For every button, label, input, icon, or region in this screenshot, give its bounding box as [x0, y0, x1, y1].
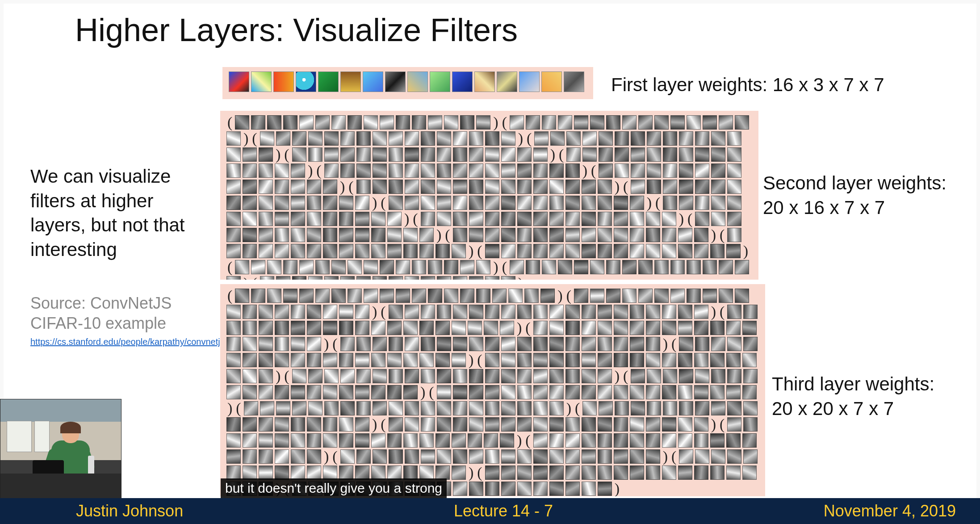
filter-tile	[339, 465, 353, 480]
filter-tile	[631, 147, 645, 162]
filter-tile	[517, 482, 532, 496]
filter-tile	[526, 260, 540, 274]
filter-tile	[340, 163, 355, 178]
group-close-paren: )	[307, 163, 314, 178]
filter-tile	[476, 260, 490, 274]
filter-tile	[695, 180, 709, 194]
filter-tile	[469, 196, 483, 210]
filter-tile	[226, 337, 241, 351]
filter-tile	[380, 260, 394, 274]
filter-tile	[283, 289, 297, 303]
filter-tile	[389, 196, 403, 210]
filter-tile	[389, 449, 403, 464]
filter-tile	[468, 321, 482, 335]
filter-tile	[647, 369, 661, 383]
filter-tile	[259, 147, 273, 162]
filter-tile	[389, 401, 403, 415]
filter-tile	[243, 337, 257, 351]
filter-tile	[615, 401, 629, 415]
filter-tile	[260, 131, 274, 146]
filter-tile	[436, 244, 450, 258]
filter-tile	[630, 417, 644, 432]
filter-tile	[243, 212, 257, 226]
filter-tile	[307, 353, 321, 367]
source-link[interactable]: https://cs.stanford.edu/people/karpathy/…	[30, 336, 200, 348]
filter-tile	[679, 337, 693, 351]
filter-tile	[452, 71, 473, 92]
filter-tile	[373, 276, 387, 280]
filter-tile	[259, 305, 273, 319]
filter-tile	[405, 449, 419, 464]
group-close-paren: )	[517, 276, 524, 280]
filter-tile	[339, 196, 353, 210]
filter-tile	[275, 180, 289, 194]
filter-tile	[292, 147, 306, 162]
filter-tile	[630, 433, 644, 448]
filter-tile	[437, 131, 451, 146]
filter-tile	[694, 244, 708, 258]
filter-tile	[485, 369, 499, 383]
filter-tile	[646, 212, 660, 226]
filter-tile	[549, 196, 564, 210]
filter-tile	[421, 163, 435, 178]
filter-tile	[694, 385, 708, 399]
filter-tile	[421, 131, 435, 146]
filter-tile	[364, 289, 378, 303]
filter-tile	[276, 131, 290, 146]
filter-tile	[687, 115, 701, 130]
group-open-paren: (	[476, 244, 483, 258]
filter-tile	[662, 305, 676, 319]
filter-tile	[695, 163, 709, 178]
filter-tile	[373, 449, 387, 464]
filter-tile	[405, 305, 419, 319]
filter-tile	[226, 449, 241, 464]
filter-tile	[630, 337, 644, 351]
filter-tile	[405, 163, 419, 178]
group-close-paren: )	[517, 131, 524, 146]
filter-tile	[340, 337, 355, 351]
filter-tile	[743, 305, 758, 319]
filter-tile	[590, 260, 604, 274]
filter-tile	[517, 244, 532, 258]
filter-tile	[363, 71, 383, 92]
filter-tile	[324, 163, 339, 178]
filter-tile	[663, 401, 677, 415]
group-open-paren: (	[226, 260, 233, 274]
layer3-filter-panel: ()()()()()()()()()()()()()()()()()()()()	[220, 284, 765, 496]
filter-tile	[549, 337, 564, 351]
filter-tile	[339, 228, 353, 242]
filter-tile	[339, 244, 353, 258]
filter-tile	[275, 449, 289, 464]
filter-tile	[226, 417, 241, 432]
filter-tile	[373, 369, 387, 383]
filter-tile	[307, 417, 321, 432]
filter-tile	[694, 228, 708, 242]
filter-tile	[598, 196, 612, 210]
filter-tile	[501, 228, 515, 242]
group-close-paren: )	[371, 417, 378, 432]
filter-tile	[389, 369, 403, 383]
filter-tile	[517, 180, 532, 194]
filter-tile	[421, 276, 435, 280]
filter-tile	[389, 131, 403, 146]
filter-tile	[380, 289, 394, 303]
filter-tile	[371, 465, 385, 480]
filter-tile	[679, 147, 693, 162]
filter-tile	[662, 417, 676, 432]
filter-tile	[606, 260, 620, 274]
filter-tile	[654, 260, 669, 274]
group-close-paren: )	[516, 433, 523, 448]
filter-tile	[452, 465, 466, 480]
filter-tile	[387, 353, 402, 367]
filter-tile	[695, 147, 709, 162]
footer-speaker: Justin Johnson	[0, 502, 183, 520]
group-close-paren: )	[565, 401, 572, 415]
filter-tile	[356, 163, 371, 178]
filter-tile	[526, 115, 540, 130]
filter-tile	[558, 260, 572, 274]
filter-tile	[324, 401, 339, 415]
group-open-paren: (	[331, 449, 338, 464]
filter-tile	[695, 196, 709, 210]
layer2-filter-panel: ()()()()()()()()()()()()()()()()()()()()	[220, 111, 758, 280]
filter-tile	[565, 228, 580, 242]
